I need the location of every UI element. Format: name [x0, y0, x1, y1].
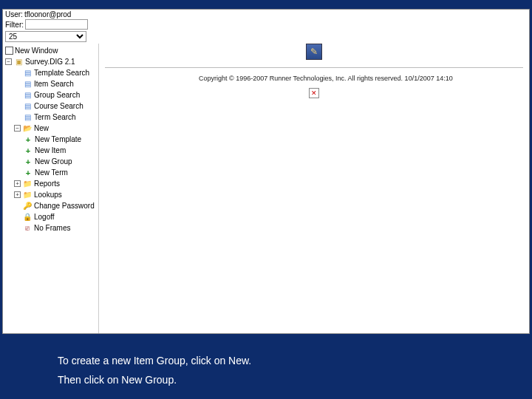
copyright-text: Copyright © 1996-2007 Runner Technologie… — [199, 75, 453, 82]
tree-pane: New Window − ▣ Survey.DIG 2.1 ▤ Template… — [3, 44, 99, 333]
tree-new[interactable]: − 📂 New — [5, 123, 96, 134]
tree-label: Term Search — [34, 113, 76, 121]
tree-template-search[interactable]: ▤ Template Search — [5, 67, 96, 78]
tree-new-item[interactable]: + New Item — [5, 145, 96, 156]
tree-group-search[interactable]: ▤ Group Search — [5, 89, 96, 100]
caption-line-1: To create a new Item Group, click on New… — [58, 351, 251, 371]
tree-lookups[interactable]: + 📁 Lookups — [5, 189, 96, 200]
tree-label: New Term — [35, 168, 68, 177]
tree-label: Reports — [34, 180, 60, 188]
expand-icon[interactable]: + — [14, 180, 21, 187]
limit-select[interactable]: 25 — [5, 31, 86, 42]
user-row: User: tfloonor@prod — [3, 10, 529, 19]
app-window: User: tfloonor@prod Filter: 25 New Windo… — [2, 9, 530, 334]
tree-label: New — [34, 124, 49, 132]
tree-label: Item Search — [34, 80, 74, 88]
tree-new-window[interactable]: New Window — [5, 45, 96, 56]
panes: New Window − ▣ Survey.DIG 2.1 ▤ Template… — [3, 44, 529, 333]
tree-label: Template Search — [34, 69, 89, 77]
tree-label: Logoff — [34, 213, 55, 221]
document-icon: ▤ — [22, 79, 33, 89]
user-value: tfloonor@prod — [24, 10, 72, 18]
tree-label: Course Search — [34, 102, 83, 110]
filter-row: Filter: — [3, 19, 529, 31]
broken-image-icon: ✕ — [309, 88, 319, 98]
tree-term-search[interactable]: ▤ Term Search — [5, 112, 96, 123]
tree-new-template[interactable]: + New Template — [5, 134, 96, 145]
collapse-icon[interactable]: − — [5, 58, 12, 65]
document-icon: ▤ — [22, 101, 33, 111]
tree-root[interactable]: − ▣ Survey.DIG 2.1 — [5, 56, 96, 67]
filter-label: Filter: — [5, 21, 24, 29]
app-icon: ▣ — [13, 57, 24, 66]
divider — [105, 67, 523, 68]
document-icon: ▤ — [22, 112, 33, 122]
tree-label: Group Search — [34, 91, 80, 99]
tree-label: New Item — [35, 146, 66, 154]
document-icon: ▤ — [22, 90, 33, 100]
tree-course-search[interactable]: ▤ Course Search — [5, 100, 96, 112]
tree-label: Lookups — [34, 191, 62, 199]
folder-icon: 📁 — [22, 179, 33, 188]
tree-label: No Frames — [34, 224, 70, 232]
app-logo-icon: ✎ — [306, 44, 322, 60]
filter-input[interactable] — [25, 19, 88, 30]
tree-no-frames[interactable]: ⎚ No Frames — [5, 222, 96, 233]
tree-logoff[interactable]: 🔒 Logoff — [5, 211, 96, 222]
tree-label: New Window — [15, 47, 58, 55]
key-icon: 🔑 — [22, 201, 33, 211]
tree-reports[interactable]: + 📁 Reports — [5, 178, 96, 189]
tree-label: New Group — [35, 157, 72, 166]
plus-icon: + — [23, 146, 33, 155]
tree-label: New Template — [35, 135, 81, 143]
tree-label: Change Password — [34, 202, 95, 210]
tree-label: Survey.DIG 2.1 — [25, 58, 75, 66]
expand-icon[interactable]: + — [14, 191, 21, 198]
instruction-caption: To create a new Item Group, click on New… — [58, 351, 251, 390]
content-pane: ✎ Copyright © 1996-2007 Runner Technolog… — [99, 44, 529, 333]
document-icon: ▤ — [22, 68, 33, 78]
tree-new-term[interactable]: + New Term — [5, 167, 96, 178]
door-icon: ⎚ — [22, 223, 33, 233]
plus-icon: + — [23, 168, 33, 177]
plus-icon: + — [23, 134, 33, 144]
checkbox-icon[interactable] — [5, 47, 13, 55]
lock-icon: 🔒 — [22, 212, 33, 222]
folder-icon: 📁 — [22, 190, 33, 200]
tree-item-search[interactable]: ▤ Item Search — [5, 78, 96, 89]
tree-change-password[interactable]: 🔑 Change Password — [5, 200, 96, 211]
collapse-icon[interactable]: − — [14, 125, 21, 132]
tree-new-group[interactable]: + New Group — [5, 156, 96, 167]
plus-icon: + — [23, 157, 33, 166]
limit-row: 25 — [3, 31, 529, 44]
folder-open-icon: 📂 — [22, 123, 33, 133]
user-label: User: — [5, 10, 23, 18]
caption-line-2: Then click on New Group. — [58, 370, 251, 390]
